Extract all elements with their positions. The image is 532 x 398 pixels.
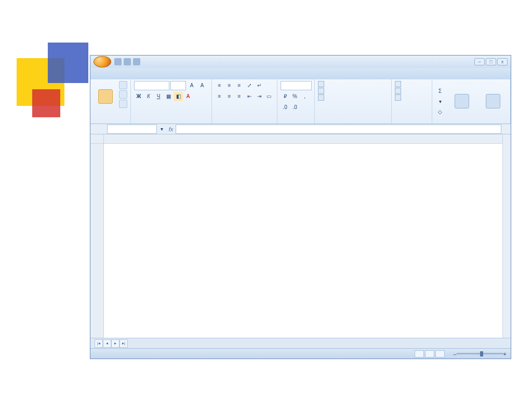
font-name-select[interactable]: [134, 81, 169, 90]
fill-color-button[interactable]: ◧: [174, 92, 183, 101]
group-styles-label: [318, 122, 388, 123]
table-icon: [318, 88, 324, 94]
group-align-label: [215, 122, 274, 123]
sort-icon: [455, 94, 469, 108]
paste-button[interactable]: [94, 81, 117, 113]
excel-window: – □ x: [90, 55, 511, 359]
minimize-button[interactable]: –: [474, 58, 485, 65]
format-cells-button[interactable]: [395, 94, 403, 101]
titlebar: – □ x: [90, 56, 511, 68]
zoom-in-button[interactable]: +: [503, 351, 507, 357]
sheet-nav-next[interactable]: ▸: [111, 339, 119, 348]
group-cells-label: [395, 122, 429, 123]
dec-decimal-button[interactable]: .0: [290, 103, 300, 112]
align-bottom-button[interactable]: ≡: [235, 81, 244, 90]
zoom-slider[interactable]: [457, 353, 503, 354]
orientation-button[interactable]: ⤢: [245, 81, 254, 90]
cell-styles-icon: [318, 94, 324, 101]
border-button[interactable]: ▦: [164, 92, 173, 101]
font-color-button[interactable]: A: [183, 92, 193, 101]
cell-styles-button[interactable]: [318, 94, 326, 101]
italic-button[interactable]: К: [144, 92, 153, 101]
insert-icon: [395, 81, 401, 87]
delete-icon: [395, 88, 401, 94]
align-middle-button[interactable]: ≡: [225, 81, 234, 90]
inc-decimal-button[interactable]: .0: [281, 103, 290, 112]
percent-button[interactable]: %: [290, 92, 300, 101]
close-button[interactable]: x: [497, 58, 508, 65]
redo-icon[interactable]: [133, 58, 140, 65]
view-normal-button[interactable]: [415, 350, 424, 358]
find-icon: [486, 94, 500, 108]
insert-cells-button[interactable]: [395, 81, 403, 87]
group-editing-label: [435, 122, 507, 123]
align-top-button[interactable]: ≡: [215, 81, 224, 90]
slide-decor: [32, 89, 60, 117]
currency-button[interactable]: ₽: [281, 92, 290, 101]
ribbon-tabs: [90, 68, 511, 79]
vertical-scrollbar[interactable]: [502, 134, 511, 338]
indent-dec-button[interactable]: ⇤: [245, 92, 254, 101]
slide-decor: [48, 43, 88, 83]
wrap-text-button[interactable]: ↵: [255, 81, 264, 90]
fill-button[interactable]: ▾: [435, 97, 445, 106]
select-all-corner[interactable]: [90, 134, 103, 144]
cond-format-icon: [318, 81, 324, 87]
conditional-formatting-button[interactable]: [318, 81, 326, 87]
fx-icon[interactable]: fx: [166, 126, 176, 132]
shrink-font-icon[interactable]: A: [197, 81, 207, 90]
cut-icon[interactable]: [119, 81, 127, 89]
spreadsheet-grid[interactable]: [90, 134, 511, 338]
quick-access-toolbar[interactable]: [114, 58, 140, 65]
underline-button[interactable]: Ч: [154, 92, 163, 101]
status-bar: – +: [90, 348, 511, 359]
indent-inc-button[interactable]: ⇥: [255, 92, 264, 101]
group-clipboard-label: [94, 122, 127, 123]
undo-icon[interactable]: [124, 58, 131, 65]
autosum-button[interactable]: Σ: [435, 87, 445, 96]
copy-icon[interactable]: [119, 90, 127, 99]
sheet-nav-first[interactable]: |◂: [95, 339, 103, 348]
ribbon: A A Ж К Ч ▦ ◧ A ≡ ≡ ≡: [90, 79, 511, 124]
sort-filter-button[interactable]: [447, 86, 477, 118]
view-layout-button[interactable]: [425, 350, 434, 358]
number-format-select[interactable]: [281, 81, 312, 90]
name-box[interactable]: [107, 125, 157, 134]
delete-cells-button[interactable]: [395, 88, 403, 94]
group-font-label: [134, 122, 208, 123]
sheet-nav-last[interactable]: ▸|: [119, 339, 128, 348]
format-painter-icon[interactable]: [119, 100, 127, 108]
formula-bar[interactable]: [176, 125, 501, 134]
sheet-tab-bar: |◂ ◂ ▸ ▸|: [90, 338, 511, 348]
align-right-button[interactable]: ≡: [235, 92, 244, 101]
grow-font-icon[interactable]: A: [187, 81, 196, 90]
align-center-button[interactable]: ≡: [225, 92, 234, 101]
office-button[interactable]: [94, 56, 111, 67]
merge-button[interactable]: ▭: [264, 92, 274, 101]
formula-bar-row: ▾ fx: [90, 124, 511, 134]
comma-button[interactable]: ,: [300, 92, 310, 101]
format-as-table-button[interactable]: [318, 88, 326, 94]
font-size-select[interactable]: [170, 81, 186, 90]
maximize-button[interactable]: □: [486, 58, 496, 65]
find-select-button[interactable]: [479, 86, 507, 118]
format-icon: [395, 94, 401, 101]
align-left-button[interactable]: ≡: [215, 92, 224, 101]
paste-icon: [98, 89, 113, 104]
clear-button[interactable]: ◇: [435, 107, 445, 117]
namebox-dropdown-icon[interactable]: ▾: [157, 125, 166, 134]
sheet-nav-prev[interactable]: ◂: [103, 339, 111, 348]
save-icon[interactable]: [114, 58, 122, 65]
view-pagebreak-button[interactable]: [435, 350, 445, 358]
bold-button[interactable]: Ж: [134, 92, 143, 101]
group-number-label: [281, 122, 311, 123]
